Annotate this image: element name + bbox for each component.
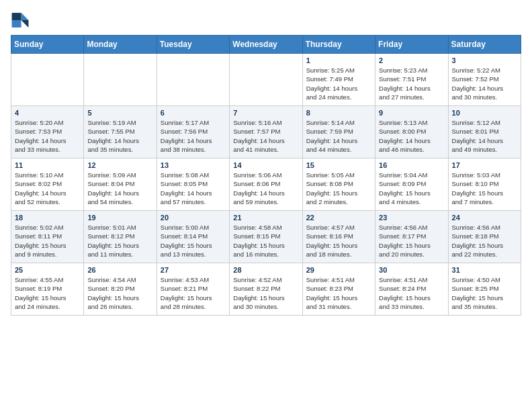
day-number: 19 [87, 214, 152, 222]
page-header [11, 11, 521, 30]
day-info: Sunrise: 4:50 AM Sunset: 8:25 PM Dayligh… [452, 275, 517, 311]
calendar-table: SundayMondayTuesdayWednesdayThursdayFrid… [11, 35, 521, 316]
day-number: 5 [87, 109, 152, 117]
day-number: 26 [87, 266, 152, 274]
calendar-cell: 2Sunrise: 5:23 AM Sunset: 7:51 PM Daylig… [375, 54, 448, 106]
calendar-cell [230, 54, 302, 106]
day-info: Sunrise: 5:10 AM Sunset: 8:02 PM Dayligh… [15, 171, 80, 206]
day-info: Sunrise: 5:22 AM Sunset: 7:52 PM Dayligh… [452, 66, 517, 101]
day-info: Sunrise: 5:08 AM Sunset: 8:05 PM Dayligh… [161, 171, 226, 206]
day-header-thursday: Thursday [302, 36, 375, 54]
day-info: Sunrise: 5:14 AM Sunset: 7:59 PM Dayligh… [306, 118, 371, 154]
week-row-5: 25Sunrise: 4:55 AM Sunset: 8:19 PM Dayli… [11, 263, 521, 316]
day-header-saturday: Saturday [448, 36, 521, 54]
calendar-cell: 8Sunrise: 5:14 AM Sunset: 7:59 PM Daylig… [302, 106, 375, 158]
calendar-cell [84, 54, 157, 106]
calendar-cell [157, 54, 229, 106]
day-number: 16 [379, 161, 444, 169]
calendar-cell: 21Sunrise: 4:58 AM Sunset: 8:15 PM Dayli… [230, 211, 302, 263]
svg-rect-4 [12, 20, 21, 28]
day-info: Sunrise: 5:23 AM Sunset: 7:51 PM Dayligh… [379, 66, 444, 101]
calendar-cell: 16Sunrise: 5:04 AM Sunset: 8:09 PM Dayli… [375, 158, 448, 211]
day-info: Sunrise: 5:06 AM Sunset: 8:06 PM Dayligh… [233, 171, 298, 206]
day-number: 30 [379, 266, 444, 274]
calendar-cell: 3Sunrise: 5:22 AM Sunset: 7:52 PM Daylig… [448, 54, 521, 106]
day-info: Sunrise: 4:56 AM Sunset: 8:18 PM Dayligh… [452, 223, 517, 259]
day-number: 27 [161, 266, 226, 274]
day-number: 3 [452, 56, 517, 64]
day-number: 14 [233, 161, 298, 169]
svg-rect-3 [12, 13, 21, 20]
calendar-cell: 10Sunrise: 5:12 AM Sunset: 8:01 PM Dayli… [448, 106, 521, 158]
calendar-cell: 11Sunrise: 5:10 AM Sunset: 8:02 PM Dayli… [11, 158, 84, 211]
calendar-cell: 6Sunrise: 5:17 AM Sunset: 7:56 PM Daylig… [157, 106, 229, 158]
day-number: 9 [379, 109, 444, 117]
calendar-cell: 30Sunrise: 4:51 AM Sunset: 8:24 PM Dayli… [375, 263, 448, 316]
day-number: 8 [306, 109, 371, 117]
week-row-3: 11Sunrise: 5:10 AM Sunset: 8:02 PM Dayli… [11, 158, 521, 211]
day-number: 18 [15, 214, 80, 222]
day-number: 31 [452, 266, 517, 274]
calendar-cell: 15Sunrise: 5:05 AM Sunset: 8:08 PM Dayli… [302, 158, 375, 211]
day-info: Sunrise: 5:17 AM Sunset: 7:56 PM Dayligh… [161, 118, 226, 154]
day-info: Sunrise: 4:51 AM Sunset: 8:23 PM Dayligh… [306, 275, 371, 311]
day-number: 11 [15, 161, 80, 169]
day-header-monday: Monday [84, 36, 157, 54]
day-number: 29 [306, 266, 371, 274]
calendar-cell [11, 54, 84, 106]
calendar-cell: 1Sunrise: 5:25 AM Sunset: 7:49 PM Daylig… [302, 54, 375, 106]
week-row-1: 1Sunrise: 5:25 AM Sunset: 7:49 PM Daylig… [11, 54, 521, 106]
calendar-cell: 23Sunrise: 4:56 AM Sunset: 8:17 PM Dayli… [375, 211, 448, 263]
day-number: 28 [233, 266, 298, 274]
calendar-cell: 19Sunrise: 5:01 AM Sunset: 8:12 PM Dayli… [84, 211, 157, 263]
day-info: Sunrise: 4:56 AM Sunset: 8:17 PM Dayligh… [379, 223, 444, 259]
calendar-cell: 17Sunrise: 5:03 AM Sunset: 8:10 PM Dayli… [448, 158, 521, 211]
day-number: 6 [161, 109, 226, 117]
calendar-cell: 24Sunrise: 4:56 AM Sunset: 8:18 PM Dayli… [448, 211, 521, 263]
day-number: 10 [452, 109, 517, 117]
calendar-cell: 25Sunrise: 4:55 AM Sunset: 8:19 PM Dayli… [11, 263, 84, 316]
calendar-header-row: SundayMondayTuesdayWednesdayThursdayFrid… [11, 36, 521, 54]
day-header-friday: Friday [375, 36, 448, 54]
day-number: 17 [452, 161, 517, 169]
calendar-cell: 13Sunrise: 5:08 AM Sunset: 8:05 PM Dayli… [157, 158, 229, 211]
day-info: Sunrise: 4:53 AM Sunset: 8:21 PM Dayligh… [161, 275, 226, 311]
day-number: 24 [452, 214, 517, 222]
day-number: 1 [306, 56, 371, 64]
week-row-4: 18Sunrise: 5:02 AM Sunset: 8:11 PM Dayli… [11, 211, 521, 263]
day-info: Sunrise: 4:55 AM Sunset: 8:19 PM Dayligh… [15, 275, 80, 311]
day-header-tuesday: Tuesday [157, 36, 229, 54]
day-info: Sunrise: 5:05 AM Sunset: 8:08 PM Dayligh… [306, 171, 371, 206]
day-info: Sunrise: 5:02 AM Sunset: 8:11 PM Dayligh… [15, 223, 80, 259]
logo [11, 11, 32, 30]
calendar-cell: 26Sunrise: 4:54 AM Sunset: 8:20 PM Dayli… [84, 263, 157, 316]
calendar-cell: 12Sunrise: 5:09 AM Sunset: 8:04 PM Dayli… [84, 158, 157, 211]
calendar-cell: 7Sunrise: 5:16 AM Sunset: 7:57 PM Daylig… [230, 106, 302, 158]
day-info: Sunrise: 5:04 AM Sunset: 8:09 PM Dayligh… [379, 171, 444, 206]
day-info: Sunrise: 5:09 AM Sunset: 8:04 PM Dayligh… [87, 171, 152, 206]
day-info: Sunrise: 5:20 AM Sunset: 7:53 PM Dayligh… [15, 118, 80, 154]
calendar-cell: 4Sunrise: 5:20 AM Sunset: 7:53 PM Daylig… [11, 106, 84, 158]
day-number: 13 [161, 161, 226, 169]
day-info: Sunrise: 5:25 AM Sunset: 7:49 PM Dayligh… [306, 66, 371, 101]
day-header-sunday: Sunday [11, 36, 84, 54]
day-number: 2 [379, 56, 444, 64]
calendar-cell: 5Sunrise: 5:19 AM Sunset: 7:55 PM Daylig… [84, 106, 157, 158]
calendar-cell: 20Sunrise: 5:00 AM Sunset: 8:14 PM Dayli… [157, 211, 229, 263]
day-number: 25 [15, 266, 80, 274]
day-info: Sunrise: 4:57 AM Sunset: 8:16 PM Dayligh… [306, 223, 371, 259]
day-info: Sunrise: 4:58 AM Sunset: 8:15 PM Dayligh… [233, 223, 298, 259]
day-number: 22 [306, 214, 371, 222]
day-info: Sunrise: 5:12 AM Sunset: 8:01 PM Dayligh… [452, 118, 517, 154]
day-number: 4 [15, 109, 80, 117]
day-number: 12 [87, 161, 152, 169]
week-row-2: 4Sunrise: 5:20 AM Sunset: 7:53 PM Daylig… [11, 106, 521, 158]
calendar-cell: 28Sunrise: 4:52 AM Sunset: 8:22 PM Dayli… [230, 263, 302, 316]
day-header-wednesday: Wednesday [230, 36, 302, 54]
calendar-cell: 9Sunrise: 5:13 AM Sunset: 8:00 PM Daylig… [375, 106, 448, 158]
calendar-cell: 29Sunrise: 4:51 AM Sunset: 8:23 PM Dayli… [302, 263, 375, 316]
day-number: 15 [306, 161, 371, 169]
day-info: Sunrise: 4:54 AM Sunset: 8:20 PM Dayligh… [87, 275, 152, 311]
day-info: Sunrise: 5:01 AM Sunset: 8:12 PM Dayligh… [87, 223, 152, 259]
calendar-cell: 22Sunrise: 4:57 AM Sunset: 8:16 PM Dayli… [302, 211, 375, 263]
